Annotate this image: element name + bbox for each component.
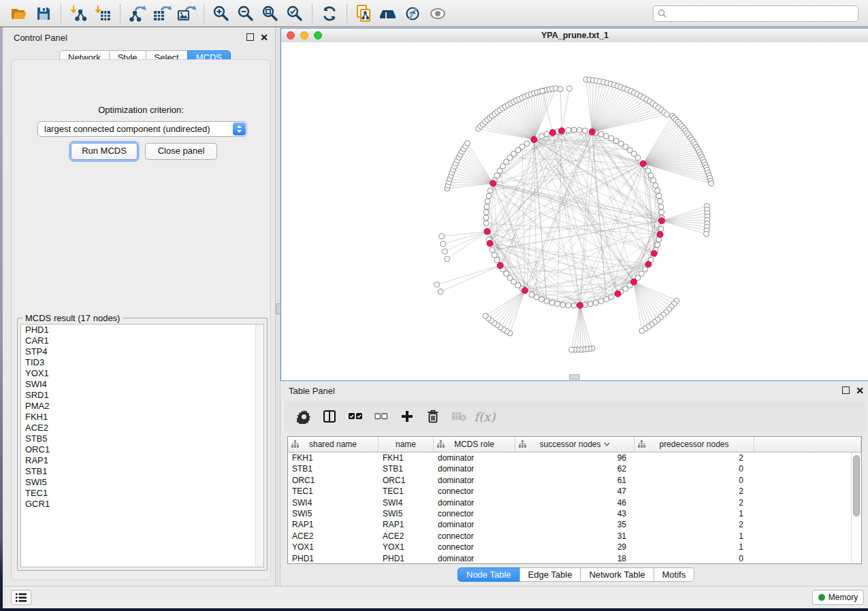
optimization-criterion-label: Optimization criterion: [12, 105, 270, 115]
zoom-out-button[interactable] [236, 3, 256, 24]
network-canvas[interactable] [281, 42, 868, 380]
optimization-criterion-select[interactable]: largest connected component (undirected) [37, 121, 247, 137]
scrollbar-thumb[interactable] [853, 455, 860, 516]
table-settings-button[interactable] [295, 408, 312, 425]
cell: 61 [515, 475, 634, 486]
mcds-result-item[interactable]: SWI5 [21, 477, 263, 488]
add-column-button[interactable] [399, 408, 415, 425]
mcds-result-item[interactable]: STB1 [21, 466, 263, 477]
column-type-icon [437, 440, 445, 448]
automation-menu-button[interactable] [11, 590, 31, 605]
toolbar-separator [61, 4, 61, 23]
mcds-result-item[interactable]: TID3 [21, 357, 263, 368]
tab-edge-table[interactable]: Edge Table [519, 567, 581, 582]
mcds-result-item[interactable]: PMA2 [21, 401, 263, 412]
selected-option: largest connected component (undirected) [38, 124, 233, 134]
close-panel-icon[interactable]: ✕ [260, 34, 268, 41]
column-type-icon [291, 440, 299, 448]
close-panel-icon[interactable]: ✕ [856, 387, 864, 394]
cell: STB1 [288, 463, 379, 474]
cell: SWI4 [288, 497, 379, 508]
horizontal-splitter-grip[interactable] [569, 374, 580, 380]
import-network-button[interactable] [68, 3, 89, 24]
clone-network-button[interactable] [354, 3, 374, 24]
export-table-button[interactable] [152, 3, 172, 24]
memory-button[interactable]: Memory [812, 590, 864, 605]
control-panel-title: Control Panel [14, 33, 67, 43]
mcds-result-item[interactable]: TEC1 [21, 488, 263, 499]
table-row[interactable]: RAP1RAP1dominator352 [288, 519, 861, 530]
tab-node-table[interactable]: Node Table [457, 567, 520, 582]
table-row[interactable]: SWI5SWI5connector431 [288, 508, 861, 519]
table-row[interactable]: TEC1TEC1connector472 [288, 486, 861, 497]
mcds-result-item[interactable]: STB5 [21, 433, 263, 444]
cell: dominator [434, 519, 515, 530]
table-row[interactable]: ACE2ACE2connector311 [288, 531, 861, 542]
search-icon [658, 9, 666, 18]
deselect-all-rows-button[interactable] [373, 408, 389, 425]
cell: TEC1 [379, 486, 434, 497]
table-row[interactable]: STB1STB1dominator620 [288, 463, 861, 474]
import-table-button[interactable] [93, 3, 113, 24]
show-all-button[interactable] [428, 3, 448, 24]
table-row[interactable]: ORC1ORC1dominator610 [288, 475, 861, 486]
mcds-result-item[interactable]: ORC1 [21, 444, 263, 455]
mcds-result-item[interactable]: SWI4 [21, 379, 263, 390]
clone-network-icon [355, 4, 373, 23]
table-row[interactable]: SWI4SWI4dominator462 [288, 497, 861, 508]
column-header-shared-name[interactable]: shared name [288, 437, 379, 452]
cell: 0 [634, 553, 754, 564]
column-header-MCDS-role[interactable]: MCDS role [434, 437, 515, 452]
select-all-rows-button[interactable] [347, 408, 364, 425]
table-row[interactable]: PHD1PHD1dominator180 [288, 553, 861, 564]
mcds-result-item[interactable]: SRD1 [21, 390, 263, 401]
hide-selected-button[interactable] [403, 3, 423, 24]
float-panel-icon[interactable] [246, 33, 254, 41]
mcds-result-item[interactable]: YOX1 [21, 368, 263, 379]
save-session-button[interactable] [33, 3, 54, 24]
export-image-button[interactable] [176, 3, 197, 24]
function-builder-button: f(x) [477, 408, 493, 425]
cell: FKH1 [379, 452, 434, 463]
mcds-result-item[interactable]: ACE2 [21, 423, 263, 433]
table-scrollbar[interactable] [851, 452, 861, 563]
tab-network-table[interactable]: Network Table [580, 567, 654, 582]
delete-columns-button[interactable] [425, 408, 441, 425]
zoom-selected-button[interactable] [285, 3, 305, 24]
table-toolbar: f(x) [285, 401, 865, 431]
mcds-result-item[interactable]: STP4 [21, 346, 263, 357]
list-scrollbar[interactable] [255, 325, 263, 567]
open-file-button[interactable] [9, 3, 29, 24]
zoom-in-button[interactable] [211, 3, 231, 24]
cell: ORC1 [379, 475, 434, 486]
mcds-result-item[interactable]: RAP1 [21, 455, 263, 466]
network-graph[interactable] [281, 42, 868, 380]
mcds-result-item[interactable]: FKH1 [21, 412, 263, 423]
run-mcds-button[interactable]: Run MCDS [71, 143, 138, 160]
mcds-result-item[interactable]: GCR1 [21, 499, 263, 510]
export-network-button[interactable] [127, 3, 148, 24]
table-row[interactable]: FKH1FKH1dominator962 [288, 452, 861, 463]
float-panel-icon[interactable] [842, 386, 850, 394]
first-neighbors-button[interactable] [379, 3, 399, 24]
column-header-name[interactable]: name [379, 437, 434, 452]
column-header-predecessor-nodes[interactable]: predecessor nodes [634, 437, 754, 452]
memory-status-icon [818, 594, 825, 601]
vertical-splitter[interactable] [275, 28, 280, 586]
column-header-successor-nodes[interactable]: successor nodes [515, 437, 634, 452]
refresh-button[interactable] [319, 3, 340, 24]
cell: TEC1 [288, 486, 379, 497]
gear-icon [297, 410, 311, 424]
table-row[interactable]: YOX1YOX1connector291 [288, 542, 861, 552]
mcds-result-item[interactable]: PHD1 [21, 325, 263, 335]
tab-motifs[interactable]: Motifs [654, 567, 695, 582]
delete-table-icon [451, 411, 466, 422]
close-panel-button[interactable]: Close panel [145, 143, 217, 160]
search-input[interactable] [666, 8, 854, 19]
main-toolbar [0, 0, 868, 27]
split-columns-button[interactable] [321, 408, 338, 425]
mcds-result-item[interactable]: CAR1 [21, 335, 263, 346]
zoom-fit-button[interactable] [260, 3, 280, 24]
zoom-selected-icon [286, 5, 304, 22]
cell: 1 [634, 508, 754, 519]
